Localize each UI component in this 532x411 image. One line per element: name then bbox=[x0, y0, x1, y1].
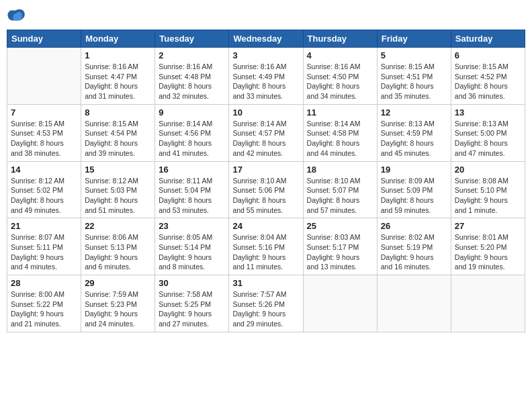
day-of-week-header: Wednesday bbox=[229, 30, 303, 48]
calendar-cell: 1Sunrise: 8:16 AM Sunset: 4:47 PM Daylig… bbox=[81, 48, 155, 105]
calendar-cell: 10Sunrise: 8:14 AM Sunset: 4:57 PM Dayli… bbox=[229, 104, 303, 161]
day-number: 5 bbox=[381, 50, 447, 60]
calendar-cell: 12Sunrise: 8:13 AM Sunset: 4:59 PM Dayli… bbox=[377, 104, 451, 161]
day-number: 21 bbox=[11, 221, 77, 231]
calendar-header-row: SundayMondayTuesdayWednesdayThursdayFrid… bbox=[7, 30, 525, 48]
day-of-week-header: Sunday bbox=[7, 30, 81, 48]
day-number: 27 bbox=[455, 221, 521, 231]
day-number: 16 bbox=[159, 165, 225, 175]
calendar-cell: 23Sunrise: 8:05 AM Sunset: 5:14 PM Dayli… bbox=[155, 218, 229, 275]
calendar-cell: 5Sunrise: 8:15 AM Sunset: 4:51 PM Daylig… bbox=[377, 48, 451, 105]
calendar-cell: 2Sunrise: 8:16 AM Sunset: 4:48 PM Daylig… bbox=[155, 48, 229, 105]
day-number: 26 bbox=[381, 221, 447, 231]
logo-icon bbox=[7, 7, 26, 26]
calendar-cell bbox=[451, 275, 525, 332]
calendar-cell: 19Sunrise: 8:09 AM Sunset: 5:09 PM Dayli… bbox=[377, 161, 451, 218]
calendar-table: SundayMondayTuesdayWednesdayThursdayFrid… bbox=[7, 30, 525, 332]
day-info: Sunrise: 8:14 AM Sunset: 4:56 PM Dayligh… bbox=[159, 119, 225, 158]
calendar-cell: 21Sunrise: 8:07 AM Sunset: 5:11 PM Dayli… bbox=[7, 218, 81, 275]
day-info: Sunrise: 8:15 AM Sunset: 4:52 PM Dayligh… bbox=[455, 62, 521, 101]
day-info: Sunrise: 8:14 AM Sunset: 4:58 PM Dayligh… bbox=[307, 119, 373, 158]
calendar-cell: 29Sunrise: 7:59 AM Sunset: 5:23 PM Dayli… bbox=[81, 275, 155, 332]
day-info: Sunrise: 8:03 AM Sunset: 5:17 PM Dayligh… bbox=[307, 232, 373, 272]
calendar-cell: 31Sunrise: 7:57 AM Sunset: 5:26 PM Dayli… bbox=[229, 275, 303, 332]
day-number: 20 bbox=[455, 165, 521, 175]
day-info: Sunrise: 8:13 AM Sunset: 4:59 PM Dayligh… bbox=[381, 119, 447, 158]
logo bbox=[7, 7, 28, 26]
day-info: Sunrise: 8:16 AM Sunset: 4:50 PM Dayligh… bbox=[307, 62, 373, 101]
day-number: 1 bbox=[85, 50, 151, 60]
calendar-cell: 17Sunrise: 8:10 AM Sunset: 5:06 PM Dayli… bbox=[229, 161, 303, 218]
calendar-cell: 18Sunrise: 8:10 AM Sunset: 5:07 PM Dayli… bbox=[303, 161, 377, 218]
calendar-cell: 7Sunrise: 8:15 AM Sunset: 4:53 PM Daylig… bbox=[7, 104, 81, 161]
calendar-cell bbox=[303, 275, 377, 332]
calendar-cell: 4Sunrise: 8:16 AM Sunset: 4:50 PM Daylig… bbox=[303, 48, 377, 105]
day-number: 28 bbox=[11, 278, 77, 288]
day-info: Sunrise: 8:15 AM Sunset: 4:51 PM Dayligh… bbox=[381, 62, 447, 101]
day-info: Sunrise: 8:16 AM Sunset: 4:48 PM Dayligh… bbox=[159, 62, 225, 101]
calendar-cell: 3Sunrise: 8:16 AM Sunset: 4:49 PM Daylig… bbox=[229, 48, 303, 105]
calendar-cell: 8Sunrise: 8:15 AM Sunset: 4:54 PM Daylig… bbox=[81, 104, 155, 161]
day-info: Sunrise: 8:09 AM Sunset: 5:09 PM Dayligh… bbox=[381, 176, 447, 216]
day-info: Sunrise: 8:11 AM Sunset: 5:04 PM Dayligh… bbox=[159, 176, 225, 216]
day-info: Sunrise: 8:16 AM Sunset: 4:47 PM Dayligh… bbox=[85, 62, 151, 101]
day-info: Sunrise: 8:15 AM Sunset: 4:53 PM Dayligh… bbox=[11, 119, 77, 158]
day-number: 10 bbox=[232, 107, 299, 118]
day-info: Sunrise: 8:02 AM Sunset: 5:19 PM Dayligh… bbox=[381, 232, 447, 272]
page-header bbox=[7, 7, 525, 26]
day-number: 29 bbox=[85, 278, 151, 288]
calendar-cell: 13Sunrise: 8:13 AM Sunset: 5:00 PM Dayli… bbox=[451, 104, 525, 161]
day-number: 23 bbox=[159, 221, 225, 231]
calendar-cell bbox=[377, 275, 451, 332]
day-info: Sunrise: 8:16 AM Sunset: 4:49 PM Dayligh… bbox=[232, 62, 299, 101]
calendar-cell: 20Sunrise: 8:08 AM Sunset: 5:10 PM Dayli… bbox=[451, 161, 525, 218]
calendar-cell: 14Sunrise: 8:12 AM Sunset: 5:02 PM Dayli… bbox=[7, 161, 81, 218]
calendar-cell: 22Sunrise: 8:06 AM Sunset: 5:13 PM Dayli… bbox=[81, 218, 155, 275]
day-info: Sunrise: 8:10 AM Sunset: 5:06 PM Dayligh… bbox=[232, 176, 299, 216]
calendar-cell: 30Sunrise: 7:58 AM Sunset: 5:25 PM Dayli… bbox=[155, 275, 229, 332]
calendar-cell: 6Sunrise: 8:15 AM Sunset: 4:52 PM Daylig… bbox=[451, 48, 525, 105]
calendar-week-row: 28Sunrise: 8:00 AM Sunset: 5:22 PM Dayli… bbox=[7, 275, 525, 332]
day-of-week-header: Monday bbox=[81, 30, 155, 48]
day-number: 12 bbox=[381, 107, 447, 118]
day-info: Sunrise: 8:13 AM Sunset: 5:00 PM Dayligh… bbox=[455, 119, 521, 158]
day-number: 8 bbox=[85, 107, 151, 118]
calendar-cell: 26Sunrise: 8:02 AM Sunset: 5:19 PM Dayli… bbox=[377, 218, 451, 275]
day-number: 6 bbox=[455, 50, 521, 60]
day-info: Sunrise: 8:12 AM Sunset: 5:03 PM Dayligh… bbox=[85, 176, 151, 216]
day-number: 19 bbox=[381, 165, 447, 175]
day-number: 24 bbox=[232, 221, 299, 231]
day-number: 11 bbox=[307, 107, 373, 118]
day-of-week-header: Saturday bbox=[451, 30, 525, 48]
day-info: Sunrise: 8:04 AM Sunset: 5:16 PM Dayligh… bbox=[232, 232, 299, 272]
calendar-cell: 24Sunrise: 8:04 AM Sunset: 5:16 PM Dayli… bbox=[229, 218, 303, 275]
day-number: 31 bbox=[232, 278, 299, 288]
day-info: Sunrise: 8:00 AM Sunset: 5:22 PM Dayligh… bbox=[11, 289, 77, 329]
day-info: Sunrise: 7:57 AM Sunset: 5:26 PM Dayligh… bbox=[232, 289, 299, 329]
day-number: 3 bbox=[232, 50, 299, 60]
day-info: Sunrise: 8:01 AM Sunset: 5:20 PM Dayligh… bbox=[455, 232, 521, 272]
calendar-week-row: 7Sunrise: 8:15 AM Sunset: 4:53 PM Daylig… bbox=[7, 104, 525, 161]
day-of-week-header: Friday bbox=[377, 30, 451, 48]
day-of-week-header: Tuesday bbox=[155, 30, 229, 48]
day-info: Sunrise: 8:12 AM Sunset: 5:02 PM Dayligh… bbox=[11, 176, 77, 216]
day-info: Sunrise: 8:15 AM Sunset: 4:54 PM Dayligh… bbox=[85, 119, 151, 158]
calendar-cell bbox=[7, 48, 81, 105]
day-number: 2 bbox=[159, 50, 225, 60]
day-info: Sunrise: 8:07 AM Sunset: 5:11 PM Dayligh… bbox=[11, 232, 77, 272]
day-number: 13 bbox=[455, 107, 521, 118]
day-number: 25 bbox=[307, 221, 373, 231]
day-number: 17 bbox=[232, 165, 299, 175]
day-number: 22 bbox=[85, 221, 151, 231]
calendar-cell: 9Sunrise: 8:14 AM Sunset: 4:56 PM Daylig… bbox=[155, 104, 229, 161]
calendar-week-row: 1Sunrise: 8:16 AM Sunset: 4:47 PM Daylig… bbox=[7, 48, 525, 105]
day-number: 4 bbox=[307, 50, 373, 60]
calendar-cell: 15Sunrise: 8:12 AM Sunset: 5:03 PM Dayli… bbox=[81, 161, 155, 218]
day-number: 18 bbox=[307, 165, 373, 175]
calendar-cell: 16Sunrise: 8:11 AM Sunset: 5:04 PM Dayli… bbox=[155, 161, 229, 218]
day-of-week-header: Thursday bbox=[303, 30, 377, 48]
calendar-cell: 11Sunrise: 8:14 AM Sunset: 4:58 PM Dayli… bbox=[303, 104, 377, 161]
day-number: 14 bbox=[11, 165, 77, 175]
day-number: 15 bbox=[85, 165, 151, 175]
day-info: Sunrise: 8:10 AM Sunset: 5:07 PM Dayligh… bbox=[307, 176, 373, 216]
